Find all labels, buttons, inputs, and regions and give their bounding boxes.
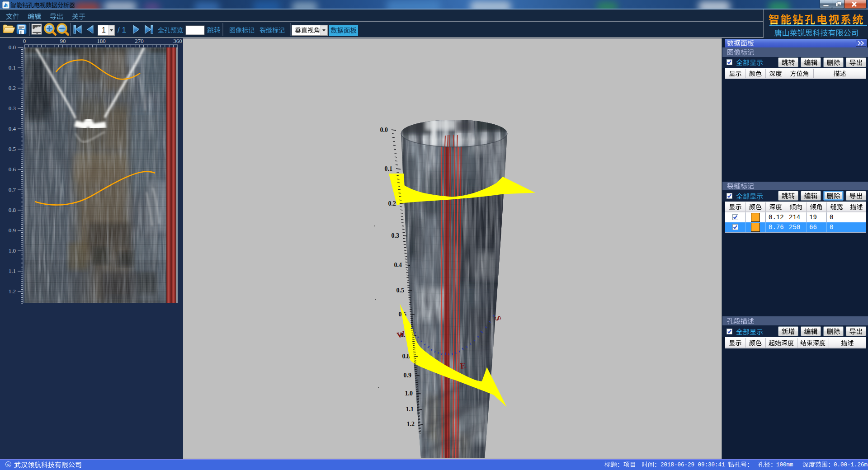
svg-text:1: 1 bbox=[102, 26, 106, 34]
svg-text:1.0: 1.0 bbox=[9, 247, 16, 254]
svg-text:270: 270 bbox=[135, 38, 144, 44]
svg-text:0.1: 0.1 bbox=[9, 64, 16, 71]
svg-text:0.8: 0.8 bbox=[9, 207, 16, 213]
svg-text:0.4: 0.4 bbox=[394, 262, 402, 268]
svg-text:1.2: 1.2 bbox=[407, 421, 415, 428]
svg-text:0.1: 0.1 bbox=[385, 165, 393, 172]
svg-text:0.0: 0.0 bbox=[9, 44, 16, 51]
svg-text:0.5: 0.5 bbox=[396, 287, 405, 294]
svg-text:0.5: 0.5 bbox=[9, 146, 16, 152]
svg-text:0.3: 0.3 bbox=[392, 232, 400, 239]
svg-text:0.0: 0.0 bbox=[380, 127, 388, 133]
svg-text:0.2: 0.2 bbox=[388, 200, 396, 207]
svg-text:180: 180 bbox=[97, 38, 106, 44]
svg-text:0.3: 0.3 bbox=[9, 105, 16, 112]
svg-text:0.7: 0.7 bbox=[9, 186, 16, 193]
svg-text:0: 0 bbox=[23, 38, 26, 44]
svg-text:0.9: 0.9 bbox=[9, 227, 16, 234]
svg-text:1.2: 1.2 bbox=[9, 288, 16, 295]
svg-text:0.2: 0.2 bbox=[9, 85, 16, 91]
svg-text:90: 90 bbox=[60, 38, 66, 44]
svg-text:1.1: 1.1 bbox=[9, 268, 16, 274]
svg-text:0.9: 0.9 bbox=[404, 372, 412, 379]
svg-text:/ 1: / 1 bbox=[118, 26, 126, 34]
svg-text:W: W bbox=[396, 329, 406, 340]
svg-text:1.0: 1.0 bbox=[405, 390, 413, 397]
svg-text:0.4: 0.4 bbox=[9, 125, 16, 132]
svg-text:1.1: 1.1 bbox=[406, 406, 414, 413]
svg-text:0.6: 0.6 bbox=[9, 166, 16, 173]
svg-text:360: 360 bbox=[173, 38, 182, 44]
